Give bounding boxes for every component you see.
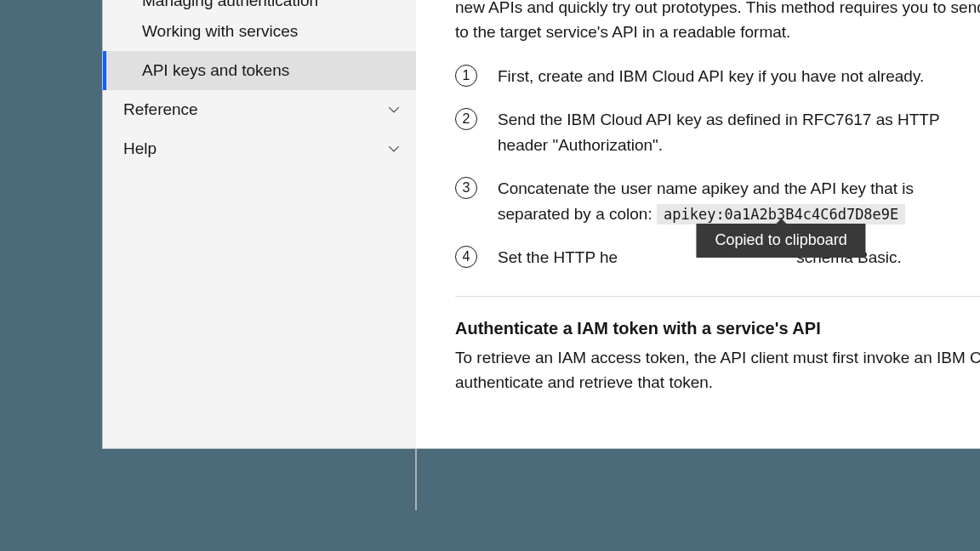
code-with-tooltip: apikey:0a1A2b3B4c4C6d7D8e9E Copied to cl… [657,202,905,226]
sidebar: Managing authentication Working with ser… [103,0,416,448]
sidebar-item-label: Reference [123,100,198,119]
step-number: 3 [455,177,477,199]
copied-tooltip: Copied to clipboard [697,224,866,258]
step-number: 4 [455,246,477,268]
intro-paragraph: new APIs and quickly try out prototypes.… [455,0,980,45]
sidebar-item-label: Managing authentication [142,0,318,10]
chevron-down-icon [385,140,402,157]
sidebar-item-api-keys-and-tokens[interactable]: API keys and tokens [103,51,416,90]
step-text-pre: Set the HTTP he [498,248,618,266]
divider [455,296,980,297]
sidebar-item-label: API keys and tokens [142,61,289,80]
main-content: new APIs and quickly try out prototypes.… [416,0,980,448]
step-2: 2 Send the IBM Cloud API key as defined … [455,107,980,157]
step-number: 1 [455,65,477,87]
sidebar-group-help[interactable]: Help [103,129,416,168]
sidebar-item-label: Working with services [142,22,298,41]
step-text: Send the IBM Cloud API key as defined in… [498,107,980,157]
step-text: Concatenate the user name apikey and the… [498,176,980,226]
step-text: First, create and IBM Cloud API key if y… [498,64,980,88]
step-1: 1 First, create and IBM Cloud API key if… [455,64,980,88]
sidebar-group-reference[interactable]: Reference [103,90,416,129]
step-3: 3 Concatenate the user name apikey and t… [455,176,980,226]
ordered-steps: 1 First, create and IBM Cloud API key if… [455,64,980,270]
sidebar-item-label: Help [123,139,157,158]
app-window: Managing authentication Working with ser… [102,0,980,449]
scrollbar[interactable] [415,449,417,510]
sidebar-item-working-with-services[interactable]: Working with services [103,12,416,51]
chevron-down-icon [385,101,402,118]
step-number: 2 [455,108,477,130]
sidebar-item-managing-authentication[interactable]: Managing authentication [103,0,416,12]
section-title: Authenticate a IAM token with a service'… [455,319,980,338]
section-body: To retrieve an IAM access token, the API… [455,345,980,395]
